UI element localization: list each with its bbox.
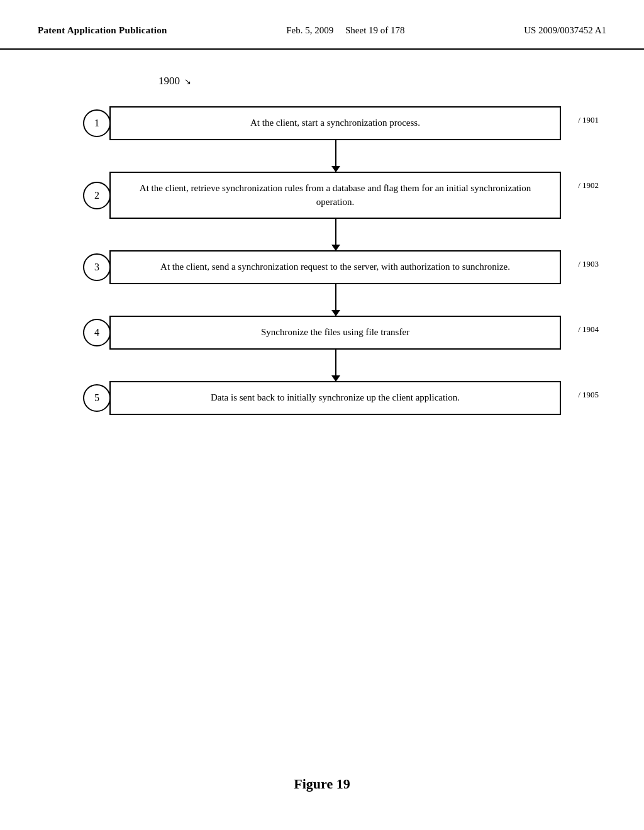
ref-1902: / 1902 (578, 180, 599, 191)
connector-3-4 (83, 284, 561, 316)
step-5-row: 5 Data is sent back to initially synchro… (83, 381, 561, 415)
header: Patent Application Publication Feb. 5, 2… (0, 0, 644, 50)
step-5-circle: 5 (83, 384, 111, 412)
connector-1-2 (83, 140, 561, 172)
step-5-wrapper: / 1905 5 Data is sent back to initially … (83, 381, 561, 415)
sheet-label: Sheet 19 of 178 (345, 25, 405, 35)
step-4-box: Synchronize the files using file transfe… (109, 316, 561, 350)
flowchart: / 1901 1 At the client, start a synchron… (83, 106, 561, 415)
step-2-wrapper: / 1902 2 At the client, retrieve synchro… (83, 172, 561, 219)
ref-1903: / 1903 (578, 259, 599, 269)
page: Patent Application Publication Feb. 5, 2… (0, 0, 644, 830)
date-label: Feb. 5, 2009 Sheet 19 of 178 (286, 25, 404, 36)
publication-label: Patent Application Publication (38, 25, 167, 36)
step-2-box: At the client, retrieve synchronization … (109, 172, 561, 219)
connector-2-3 (83, 219, 561, 250)
step-4-circle: 4 (83, 319, 111, 346)
step-1-circle: 1 (83, 109, 111, 137)
step-1-row: 1 At the client, start a synchronization… (83, 106, 561, 140)
connector-4-5 (83, 350, 561, 381)
step-3-row: 3 At the client, send a synchronization … (83, 250, 561, 284)
step-3-box: At the client, send a synchronization re… (109, 250, 561, 284)
diagram-area: 1900 ↘ / 1901 1 At the client, start a s… (0, 56, 644, 440)
figure-caption: Figure 19 (0, 776, 644, 792)
ref-1901: / 1901 (578, 115, 599, 125)
ref-1904: / 1904 (578, 324, 599, 335)
step-4-row: 4 Synchronize the files using file trans… (83, 316, 561, 350)
step-3-wrapper: / 1903 3 At the client, send a synchroni… (83, 250, 561, 284)
step-1-box: At the client, start a synchronization p… (109, 106, 561, 140)
step-5-box: Data is sent back to initially synchroni… (109, 381, 561, 415)
step-3-circle: 3 (83, 253, 111, 281)
step-2-circle: 2 (83, 182, 111, 209)
diagram-number: 1900 ↘ (158, 75, 191, 87)
ref-1905: / 1905 (578, 390, 599, 400)
small-arrow-icon: ↘ (184, 77, 191, 86)
step-2-row: 2 At the client, retrieve synchronizatio… (83, 172, 561, 219)
step-1-wrapper: / 1901 1 At the client, start a synchron… (83, 106, 561, 140)
patent-number: US 2009/0037452 A1 (524, 25, 606, 36)
step-4-wrapper: / 1904 4 Synchronize the files using fil… (83, 316, 561, 350)
